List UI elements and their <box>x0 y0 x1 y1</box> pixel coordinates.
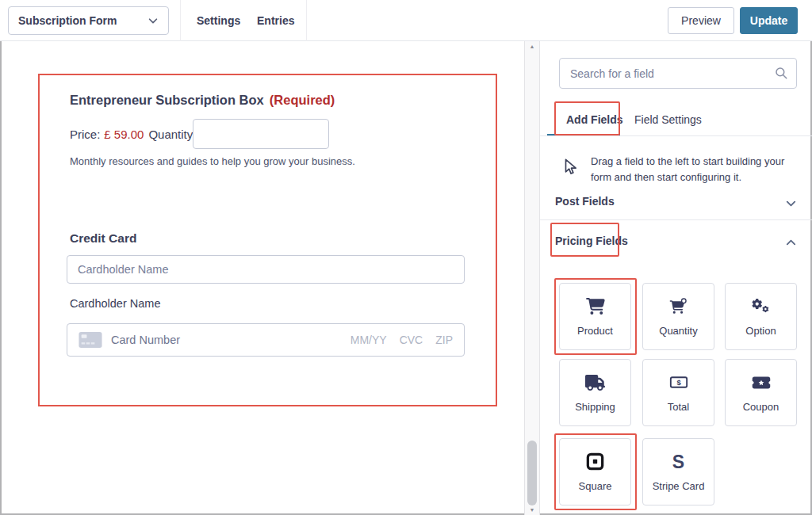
field-button-label: Product <box>577 325 613 337</box>
drag-hint-text: Drag a field to the left to start buildi… <box>591 154 806 185</box>
top-bar: Subscription Form Settings Entries Previ… <box>0 0 812 41</box>
form-selector-dropdown[interactable]: Subscription Form <box>8 6 169 35</box>
field-button-label: Option <box>745 325 776 337</box>
cardholder-name-label: Cardholder Name <box>70 297 160 310</box>
cart-quantity-icon <box>669 297 688 316</box>
field-button-stripe-card[interactable]: S Stripe Card <box>642 438 714 505</box>
chevron-down-icon[interactable] <box>785 197 797 209</box>
credit-card-heading: Credit Card <box>70 231 136 246</box>
cardholder-name-input[interactable] <box>67 255 465 284</box>
update-button[interactable]: Update <box>740 7 798 34</box>
required-tag: (Required) <box>270 93 335 107</box>
price-label: Price: <box>70 128 100 141</box>
shopping-cart-icon <box>586 297 605 316</box>
search-input[interactable] <box>559 58 797 89</box>
field-button-square[interactable]: Square <box>559 438 631 505</box>
field-button-label: Stripe Card <box>653 480 705 492</box>
expiry-placeholder: MM/YY <box>350 334 387 346</box>
section-post-fields[interactable]: Post Fields <box>555 195 615 208</box>
field-button-label: Coupon <box>743 401 779 413</box>
field-button-product[interactable]: Product <box>559 283 631 350</box>
product-field-description: Monthly resources and guides to help you… <box>70 155 355 167</box>
card-number-field[interactable]: Card Number MM/YY CVC ZIP <box>67 323 465 357</box>
scroll-down-arrow[interactable]: ▼ <box>525 507 539 513</box>
money-total-icon: $ <box>669 373 688 392</box>
form-selector-label: Subscription Form <box>18 14 117 27</box>
truck-icon <box>585 373 605 392</box>
price-value: £ 59.00 <box>104 128 144 141</box>
topbar-divider <box>180 0 181 41</box>
vertical-scrollbar[interactable]: ▲ ▼ <box>524 41 540 515</box>
tab-field-settings[interactable]: Field Settings <box>634 113 702 126</box>
price-quantity-row: Price:£ 59.00Quantity: <box>70 128 196 141</box>
section-pricing-fields[interactable]: Pricing Fields <box>555 235 628 247</box>
product-field-title: Entrepreneur Subscription Box(Required) <box>70 93 335 108</box>
card-number-placeholder: Card Number <box>111 334 180 346</box>
quantity-input[interactable] <box>193 119 329 149</box>
field-button-coupon[interactable]: Coupon <box>725 359 797 426</box>
section-divider <box>540 219 812 220</box>
field-button-label: Total <box>668 401 689 413</box>
form-builder-window: Subscription Form Settings Entries Previ… <box>0 0 812 515</box>
field-button-label: Square <box>579 480 612 492</box>
field-search <box>559 58 797 89</box>
field-button-option[interactable]: Option <box>725 283 797 350</box>
chevron-up-icon[interactable] <box>785 237 797 249</box>
field-button-label: Quantity <box>659 325 697 337</box>
dollar-glyph: $ <box>676 378 681 387</box>
square-logo-icon <box>586 452 604 471</box>
cvc-placeholder: CVC <box>400 334 423 346</box>
nav-entries[interactable]: Entries <box>257 0 294 41</box>
ticket-star-icon <box>752 373 771 392</box>
nav-settings[interactable]: Settings <box>197 0 240 41</box>
credit-card-icon <box>79 332 102 348</box>
tabs-divider <box>540 135 812 136</box>
field-button-total[interactable]: $ Total <box>642 359 714 426</box>
cursor-pointer-icon <box>561 158 579 177</box>
scrollbar-thumb[interactable] <box>527 441 537 505</box>
product-field-title-text: Entrepreneur Subscription Box <box>70 93 264 107</box>
search-icon <box>774 66 788 80</box>
scroll-up-arrow[interactable]: ▲ <box>525 44 539 49</box>
topbar-divider <box>306 0 307 41</box>
zip-placeholder: ZIP <box>435 334 453 346</box>
preview-button[interactable]: Preview <box>668 7 734 34</box>
chevron-down-icon <box>147 15 159 26</box>
quantity-label: Quantity: <box>148 128 196 141</box>
field-button-label: Shipping <box>575 401 615 413</box>
stripe-icon: S <box>672 452 684 471</box>
field-button-shipping[interactable]: Shipping <box>559 359 631 426</box>
field-button-quantity[interactable]: Quantity <box>642 283 714 350</box>
tab-add-fields[interactable]: Add Fields <box>566 113 623 126</box>
gears-icon <box>752 297 771 316</box>
